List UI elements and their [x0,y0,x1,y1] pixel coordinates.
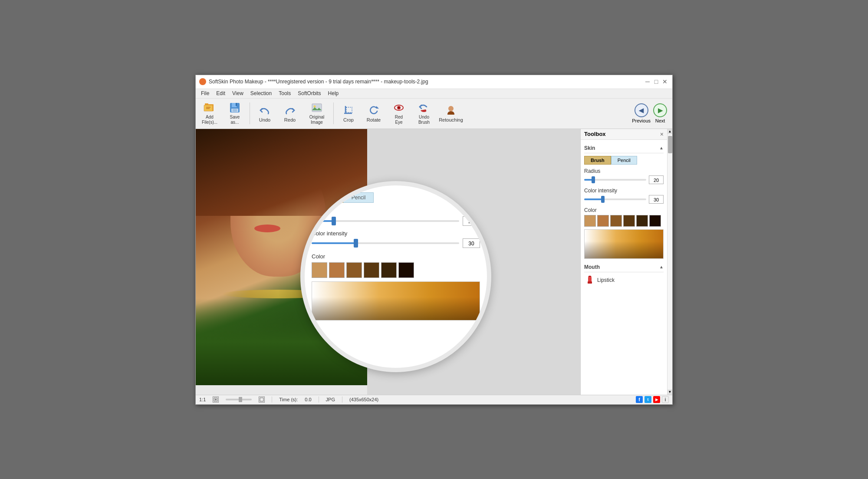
scroll-up-arrow[interactable]: ▲ [667,129,673,134]
facebook-icon[interactable]: f [636,396,643,403]
toolbox-color-picker[interactable] [584,229,664,259]
zoom-box-icon [213,396,219,403]
pencil-tab[interactable]: Pencil [611,156,637,165]
color-swatch-3[interactable] [346,262,362,278]
menu-tools[interactable]: Tools [275,89,294,97]
next-label: Next [655,118,665,123]
title-bar: SoftSkin Photo Makeup - ****Unregistered… [196,75,672,89]
youtube-icon[interactable]: ▶ [653,396,660,403]
menu-view[interactable]: View [229,89,247,97]
scroll-track [667,134,673,390]
toolbox-color-intensity-label: Color intensity [584,188,664,194]
info-icon[interactable]: i [662,396,669,403]
skin-tab-pencil[interactable]: Pencil [343,192,374,203]
undo-brush-button[interactable]: UndoBrush [412,100,436,126]
toolbox-swatch-3[interactable] [610,215,622,227]
color-intensity-control: Color intensity 30 [312,230,480,248]
retouching-label: Retouching [439,117,463,122]
scroll-thumb[interactable] [668,136,672,153]
lipstick-icon [586,276,594,284]
menu-softorbits[interactable]: SoftOrbits [294,89,324,97]
save-as-icon [229,102,241,114]
menu-selection[interactable]: Selection [247,89,275,97]
time-label: Time (s): [279,397,298,402]
svg-marker-21 [588,276,592,277]
crop-button[interactable]: Crop [336,100,361,126]
color-swatch-1[interactable] [312,262,327,278]
menu-file[interactable]: File [197,89,213,97]
toolbox-color-intensity-value[interactable]: 30 [649,195,664,204]
red-eye-button[interactable]: RedEye [387,100,411,126]
toolbox-color-swatches [584,215,664,227]
rotate-button[interactable]: Rotate [362,100,386,126]
zoom-fit-icon [259,396,265,403]
minimize-button[interactable]: ─ [644,78,651,86]
toolbox-close-button[interactable]: × [660,131,664,138]
toolbox-scrollbar: ▲ ▼ [667,129,672,395]
next-button[interactable]: ▶ [653,103,667,117]
toolbox-swatch-6[interactable] [649,215,661,227]
image-area: › Brush Pencil Radius [196,129,580,395]
zoom-slider[interactable] [226,399,252,400]
app-icon [199,78,206,85]
undo-icon [259,104,271,116]
redo-button[interactable]: Redo [278,100,302,126]
color-swatch-5[interactable] [381,262,397,278]
toolbox-radius-thumb[interactable] [592,176,595,183]
toolbox-radius-control: Radius 20 [584,168,664,184]
menu-edit[interactable]: Edit [213,89,229,97]
toolbox-swatch-1[interactable] [584,215,596,227]
lipstick-row: Lipstick [584,275,664,285]
color-swatch-6[interactable] [398,262,414,278]
svg-rect-7 [236,103,237,106]
toolbox-swatch-2[interactable] [597,215,609,227]
svg-rect-2 [204,105,213,111]
toolbox-color-intensity-thumb[interactable] [601,196,605,203]
toolbar-separator-2 [333,102,334,124]
color-picker-overlay [312,282,480,320]
color-intensity-thumb[interactable] [354,239,358,248]
zoom-circle-overlay: › Brush Pencil Radius [300,181,491,372]
status-bar-icons: f t ▶ i [636,396,669,403]
toolbar: AddFile(s)... Saveas... [196,99,672,129]
radius-label: Radius [312,208,480,215]
radius-control: Radius 20 [312,208,480,226]
nav-previous-group: ◀ Previous [632,103,651,123]
fit-icon [214,397,218,402]
color-picker-gradient[interactable] [312,281,480,320]
toolbox-radius-row: 20 [584,175,664,184]
svg-rect-14 [346,107,352,112]
toolbox-radius-value[interactable]: 20 [649,175,664,184]
lipstick-label: Lipstick [597,277,615,283]
radius-thumb[interactable] [332,217,336,225]
color-intensity-value[interactable]: 30 [463,238,480,248]
twitter-icon[interactable]: t [644,396,651,403]
scroll-down-arrow[interactable]: ▼ [667,390,673,395]
brush-tab[interactable]: Brush [584,156,611,165]
time-value: 0.0 [305,397,311,402]
toolbox-color-picker-overlay [585,230,663,258]
zoom-slider-thumb[interactable] [239,397,242,402]
window-title: SoftSkin Photo Makeup - ****Unregistered… [209,79,644,85]
crop-label: Crop [343,117,354,122]
add-files-button[interactable]: AddFile(s)... [197,100,222,126]
svg-rect-24 [260,398,263,401]
menu-help[interactable]: Help [325,89,342,97]
crop-icon [342,104,355,116]
toolbox-swatch-5[interactable] [636,215,648,227]
toolbox-swatch-4[interactable] [623,215,635,227]
save-as-button[interactable]: Saveas... [223,100,247,126]
undo-button[interactable]: Undo [253,100,277,126]
color-swatch-2[interactable] [329,262,345,278]
maximize-button[interactable]: □ [652,78,660,86]
previous-button[interactable]: ◀ [635,103,648,117]
toolbox-radius-label: Radius [584,168,664,174]
original-image-button[interactable]: OriginalImage [303,100,331,126]
svg-point-11 [314,106,316,108]
toolbox-panel: Toolbox × Skin ▲ Brush Pencil [580,129,667,395]
retouching-button[interactable]: Retouching [437,100,465,126]
color-label: Color [312,253,480,260]
color-swatch-4[interactable] [364,262,379,278]
close-button[interactable]: ✕ [661,78,669,86]
mouth-section-label: Mouth [584,264,600,270]
